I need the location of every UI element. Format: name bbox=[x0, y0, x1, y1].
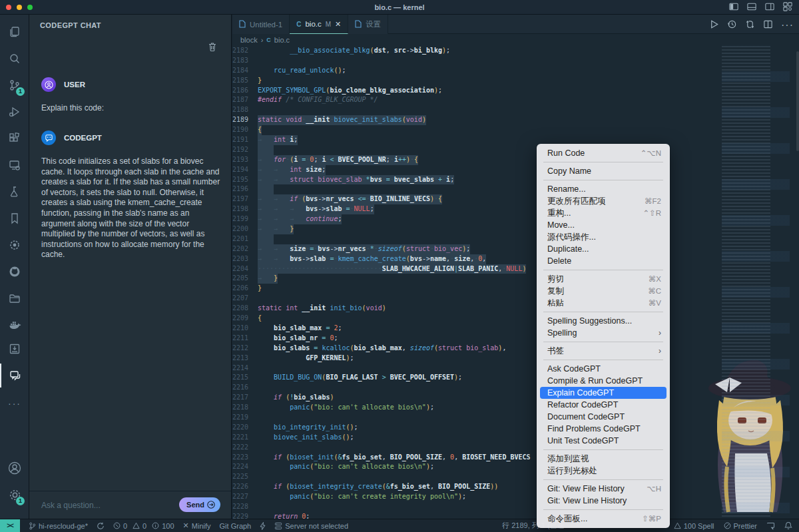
codegpt-chat-icon[interactable] bbox=[0, 364, 29, 388]
tab-untitled-1[interactable]: Untitled-1 bbox=[232, 15, 290, 34]
spell-item[interactable]: 100 Spell bbox=[674, 522, 714, 530]
menu-item-粘贴[interactable]: 粘贴⌘V bbox=[540, 297, 666, 309]
scrollbar-thumb[interactable] bbox=[796, 51, 799, 151]
question-input[interactable]: Ask a question... bbox=[41, 501, 101, 510]
testing-icon[interactable] bbox=[0, 180, 29, 204]
code-line[interactable]: 2208static int __init init_bio(void) bbox=[232, 304, 799, 314]
code-line[interactable]: 2209{ bbox=[232, 314, 799, 324]
sync-icon[interactable] bbox=[97, 522, 105, 530]
code-line[interactable]: 2204·······························SLAB_… bbox=[232, 264, 799, 274]
bookmarks-icon[interactable] bbox=[0, 206, 29, 230]
menu-item-refactor-codegpt[interactable]: Refactor CodeGPT bbox=[540, 399, 666, 411]
layout-customize-icon[interactable] bbox=[783, 2, 792, 11]
remote-indicator[interactable]: >< bbox=[0, 519, 20, 532]
prettier-item[interactable]: Prettier bbox=[724, 522, 757, 530]
minify-item[interactable]: ✕Minify bbox=[183, 521, 211, 530]
project-manager-icon[interactable] bbox=[0, 286, 29, 310]
menu-item-find-problems-codegpt[interactable]: Find Problems CodeGPT bbox=[540, 423, 666, 435]
code-line[interactable]: 2184 rcu_read_unlock(); bbox=[232, 66, 799, 76]
zap-icon[interactable] bbox=[260, 522, 266, 530]
menu-item-delete[interactable]: Delete bbox=[540, 255, 666, 267]
more-actions-icon[interactable]: ··· bbox=[0, 392, 29, 415]
code-line[interactable]: 2196 bbox=[232, 184, 799, 194]
extensions-icon[interactable] bbox=[0, 127, 29, 150]
menu-item-git-view-file-history[interactable]: Git: View File History⌥H bbox=[540, 483, 666, 495]
code-line[interactable]: 2206} bbox=[232, 284, 799, 294]
compare-changes-icon[interactable] bbox=[745, 19, 755, 32]
menu-item-git-view-line-history[interactable]: Git: View Line History bbox=[540, 495, 666, 507]
code-line[interactable]: 2202→ → size·=·bvs->nr_vecs·*·sizeof(str… bbox=[232, 244, 799, 254]
code-line[interactable]: 2191→ int·i; bbox=[232, 135, 799, 145]
code-line[interactable]: 2203→ → bvs->slab·=·kmem_cache_create(bv… bbox=[232, 254, 799, 264]
code-line[interactable]: 2195→ → struct·biovec_slab·*bvs·=·bvec_s… bbox=[232, 175, 799, 185]
menu-item-spelling[interactable]: Spelling› bbox=[540, 327, 666, 339]
menu-item-rename-[interactable]: Rename... bbox=[540, 183, 666, 195]
settings-sync-icon[interactable] bbox=[0, 233, 29, 257]
menu-item-剪切[interactable]: 剪切⌘X bbox=[540, 273, 666, 285]
code-line[interactable]: 2183 bbox=[232, 56, 799, 66]
menu-item-更改所有匹配项[interactable]: 更改所有匹配项⌘F2 bbox=[540, 195, 666, 207]
code-line[interactable]: 2194→ → int·size; bbox=[232, 165, 799, 175]
code-line[interactable]: 2201 bbox=[232, 234, 799, 244]
layout-sidebar-left-icon[interactable] bbox=[729, 2, 738, 11]
code-line[interactable]: 2188 bbox=[232, 105, 799, 115]
code-line[interactable]: 2212 bio_slabs = kcalloc(bio_slab_max, s… bbox=[232, 344, 799, 354]
code-line[interactable]: 2187#endif /* CONFIG_BLK_CGROUP */ bbox=[232, 95, 799, 105]
run-debug-icon[interactable] bbox=[0, 100, 29, 124]
code-line[interactable]: 2190{ bbox=[232, 125, 799, 135]
settings-gear-icon[interactable]: 1 bbox=[0, 483, 29, 507]
code-line[interactable]: 2211 bio_slab_nr = 0; bbox=[232, 334, 799, 344]
run-code-icon[interactable] bbox=[709, 19, 719, 32]
code-line[interactable]: 2199→ → → continue; bbox=[232, 214, 799, 224]
code-line[interactable]: 2192 bbox=[232, 145, 799, 155]
trash-icon[interactable] bbox=[207, 41, 218, 55]
code-line[interactable]: 2193→ for·(i·=·0;·i·<·BVEC_POOL_NR;·i++)… bbox=[232, 155, 799, 165]
search-icon[interactable] bbox=[0, 47, 29, 71]
menu-item-compile-run-codegpt[interactable]: Compile & Run CodeGPT bbox=[540, 375, 666, 387]
code-line[interactable]: 2197→ → if·(bvs->nr_vecs·<=·BIO_INLINE_V… bbox=[232, 194, 799, 204]
code-line[interactable]: 2185} bbox=[232, 76, 799, 86]
code-editor[interactable]: 2182 __bio_associate_blkg(dst, src->bi_b… bbox=[232, 46, 799, 519]
server-item[interactable]: Server not selected bbox=[274, 522, 348, 530]
account-icon[interactable] bbox=[0, 456, 29, 480]
minimap[interactable] bbox=[722, 46, 796, 519]
code-line[interactable]: 2205→ } bbox=[232, 274, 799, 284]
code-line[interactable]: 2189static·void·__init·biovec_init_slabs… bbox=[232, 115, 799, 125]
source-control-icon[interactable]: 1 bbox=[0, 73, 29, 97]
menu-item-源代码操作-[interactable]: 源代码操作... bbox=[540, 231, 666, 243]
layout-sidebar-right-icon[interactable] bbox=[765, 2, 774, 11]
menu-item-copy-name[interactable]: Copy Name bbox=[540, 165, 666, 177]
explorer-icon[interactable] bbox=[0, 20, 29, 44]
problems-item[interactable]: 0 0 100 bbox=[113, 522, 174, 530]
git-branch-item[interactable]: hi-rescloud-ge* bbox=[29, 522, 88, 530]
feedback-icon[interactable] bbox=[766, 522, 775, 530]
code-line[interactable]: 2198→ → → bvs->slab·=·NULL; bbox=[232, 204, 799, 214]
menu-item-添加到监视[interactable]: 添加到监视 bbox=[540, 453, 666, 465]
menu-item-unit-test-codegpt[interactable]: Unit Test CodeGPT bbox=[540, 435, 666, 447]
menu-item-document-codegpt[interactable]: Document CodeGPT bbox=[540, 411, 666, 423]
code-line[interactable]: 2207 bbox=[232, 294, 799, 304]
tab-settings[interactable]: 设置 bbox=[348, 15, 388, 34]
timeline-icon[interactable] bbox=[727, 19, 737, 32]
menu-item-run-code[interactable]: Run Code⌃⌥N bbox=[540, 147, 666, 159]
send-button[interactable]: Send bbox=[179, 497, 220, 512]
menu-item-命令面板-[interactable]: 命令面板...⇧⌘P bbox=[540, 513, 666, 525]
code-line[interactable]: 2182 __bio_associate_blkg(dst, src->bi_b… bbox=[232, 46, 799, 56]
code-line[interactable]: 2210 bio_slab_max = 2; bbox=[232, 324, 799, 334]
docker-icon[interactable] bbox=[0, 313, 29, 337]
close-tab-icon[interactable]: ✕ bbox=[335, 20, 341, 29]
menu-item-explain-codegpt[interactable]: Explain CodeGPT bbox=[540, 387, 666, 399]
menu-item-move-[interactable]: Move... bbox=[540, 219, 666, 231]
bell-icon[interactable] bbox=[784, 521, 792, 530]
menu-item-spelling-suggestions-[interactable]: Spelling Suggestions... bbox=[540, 315, 666, 327]
layout-panel-icon[interactable] bbox=[747, 2, 756, 11]
more-actions-icon[interactable]: ··· bbox=[781, 19, 794, 32]
menu-item-duplicate-[interactable]: Duplicate... bbox=[540, 243, 666, 255]
code-line[interactable]: 2186EXPORT_SYMBOL_GPL(bio_clone_blkg_ass… bbox=[232, 86, 799, 96]
split-editor-icon[interactable] bbox=[763, 19, 773, 32]
package-icon[interactable] bbox=[0, 337, 29, 361]
git-graph-item[interactable]: Git Graph bbox=[220, 522, 252, 530]
tab-bio-c[interactable]: C bio.c M ✕ bbox=[290, 15, 348, 34]
remote-explorer-icon[interactable] bbox=[0, 153, 29, 177]
menu-item-重构-[interactable]: 重构...⌃⇧R bbox=[540, 207, 666, 219]
